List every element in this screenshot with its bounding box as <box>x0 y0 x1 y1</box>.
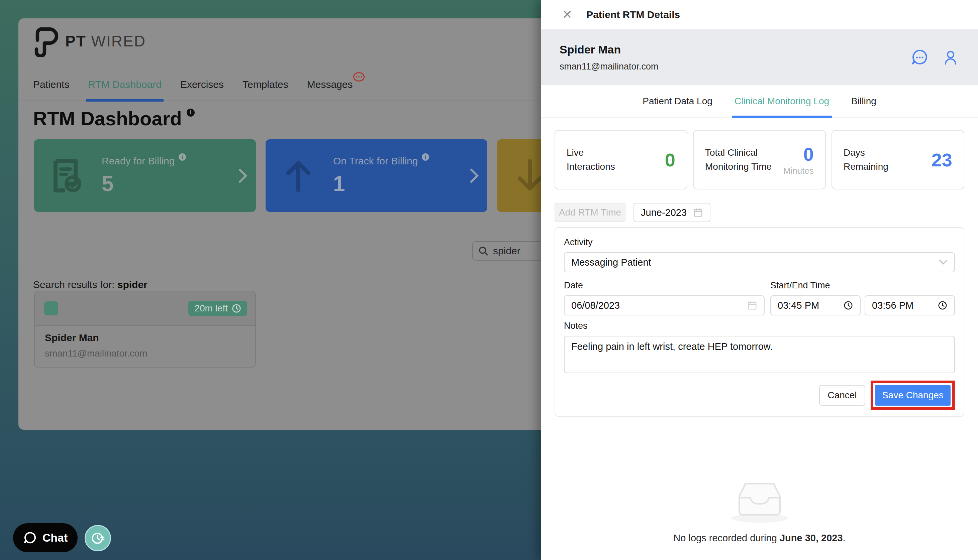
notes-textarea[interactable]: Feeling pain in left wrist, create HEP t… <box>564 336 955 373</box>
monitoring-time-value: 0 <box>803 143 814 165</box>
card-label: On Track for Billingi <box>333 155 429 167</box>
patient-rtm-details-drawer: ✕ Patient RTM Details Spider Man sman11@… <box>541 0 978 560</box>
messages-unread-badge <box>353 72 364 82</box>
chevron-right-icon[interactable] <box>239 168 247 183</box>
nav-item-rtm-dashboard[interactable]: RTM Dashboard <box>88 68 162 101</box>
nav-item-exercises[interactable]: Exercises <box>180 68 224 101</box>
total-clinical-monitoring-time-card: Total Clinical Monitoring Time 0 Minutes <box>693 130 826 190</box>
pt-wired-logo-text: PT WIRED <box>65 32 146 50</box>
start-end-time-label: Start/End Time <box>770 280 955 291</box>
live-interactions-card: Live Interactions 0 <box>555 130 687 190</box>
calendar-icon <box>693 207 703 218</box>
days-remaining-card: Days Remaining 23 <box>831 130 964 190</box>
monitoring-time-unit: Minutes <box>783 166 814 176</box>
time-tracking-button[interactable] <box>85 525 111 551</box>
save-annotation-highlight: Save Changes <box>871 380 955 410</box>
time-left-badge: 20m left <box>188 301 247 316</box>
search-results-label: Search results for: spider <box>33 279 147 290</box>
patient-name: Spider Man <box>45 332 99 343</box>
nav-item-messages[interactable]: Messages <box>307 68 353 101</box>
chevron-right-icon[interactable] <box>470 168 479 183</box>
on-track-for-billing-card[interactable]: On Track for Billingi 1 <box>266 139 487 212</box>
live-interactions-value: 0 <box>665 149 675 171</box>
card-value: 5 <box>102 172 186 196</box>
empty-state-text: No logs recorded during June 30, 2023. <box>541 533 978 543</box>
clock-icon <box>232 304 241 313</box>
date-input[interactable]: 06/08/2023 <box>564 295 765 315</box>
date-label: Date <box>564 280 765 291</box>
patient-result-card[interactable]: 20m left Spider Man sman11@mailinator.co… <box>34 291 256 368</box>
card-value: 1 <box>333 172 429 196</box>
info-icon[interactable]: i <box>187 108 195 117</box>
page-title: RTM Dashboard i <box>33 107 195 130</box>
empty-inbox-icon <box>734 480 785 518</box>
days-remaining-value: 23 <box>931 149 952 171</box>
chat-bubble-icon <box>23 531 37 545</box>
tab-patient-data-log[interactable]: Patient Data Log <box>642 85 712 117</box>
pt-wired-logo: PT WIRED <box>32 25 146 57</box>
close-icon[interactable]: ✕ <box>562 9 572 21</box>
patient-email: sman11@mailinator.com <box>45 348 147 359</box>
start-time-input[interactable]: 03:45 PM <box>770 295 861 315</box>
drawer-title: Patient RTM Details <box>586 9 680 20</box>
nav-item-templates[interactable]: Templates <box>242 68 288 101</box>
chat-button[interactable]: Chat <box>13 523 78 552</box>
activity-label: Activity <box>564 237 955 248</box>
month-picker[interactable]: June-2023 <box>634 203 711 222</box>
info-icon: i <box>179 153 186 161</box>
drawer-tabs: Patient Data Log Clinical Monitoring Log… <box>541 85 978 118</box>
ready-for-billing-card[interactable]: Ready for Billingi 5 <box>34 139 256 212</box>
rtm-entry-form: Activity Messaging Patient Date 06/08/20… <box>555 227 964 417</box>
add-rtm-time-button[interactable]: Add RTM Time <box>555 203 625 222</box>
save-changes-button[interactable]: Save Changes <box>875 385 951 406</box>
clock-icon <box>938 300 948 310</box>
tab-billing[interactable]: Billing <box>851 85 876 117</box>
patient-profile-icon[interactable] <box>942 48 959 67</box>
nav-item-patients[interactable]: Patients <box>33 68 69 101</box>
card-label: Ready for Billingi <box>102 155 186 167</box>
end-time-input[interactable]: 03:56 PM <box>864 295 955 315</box>
calendar-icon <box>747 300 757 310</box>
drawer-patient-email: sman11@mailinator.com <box>560 62 659 72</box>
main-content-card: PT WIRED Patients RTM Dashboard Exercise… <box>18 18 573 430</box>
pt-wired-logo-icon <box>32 25 59 57</box>
activity-select[interactable]: Messaging Patient <box>564 252 955 272</box>
status-indicator <box>44 302 58 315</box>
clock-history-icon <box>91 531 105 546</box>
clock-icon <box>843 300 853 310</box>
stat-cards: Live Interactions 0 Total Clinical Monit… <box>555 130 964 190</box>
billing-document-icon <box>52 158 82 193</box>
info-icon: i <box>422 153 429 161</box>
chevron-down-icon <box>939 259 948 265</box>
search-icon <box>478 246 488 256</box>
empty-state: No logs recorded during June 30, 2023. <box>541 480 978 543</box>
main-nav: Patients RTM Dashboard Exercises Templat… <box>18 68 573 101</box>
cancel-button[interactable]: Cancel <box>819 385 865 406</box>
tab-clinical-monitoring-log[interactable]: Clinical Monitoring Log <box>734 85 829 117</box>
drawer-patient-summary: Spider Man sman11@mailinator.com <box>541 29 978 85</box>
drawer-header: ✕ Patient RTM Details <box>541 0 978 29</box>
arrow-up-icon <box>283 158 314 193</box>
patient-card-header: 20m left <box>35 292 255 326</box>
notes-label: Notes <box>564 321 955 331</box>
message-patient-icon[interactable] <box>910 48 929 67</box>
drawer-patient-name: Spider Man <box>560 43 659 56</box>
